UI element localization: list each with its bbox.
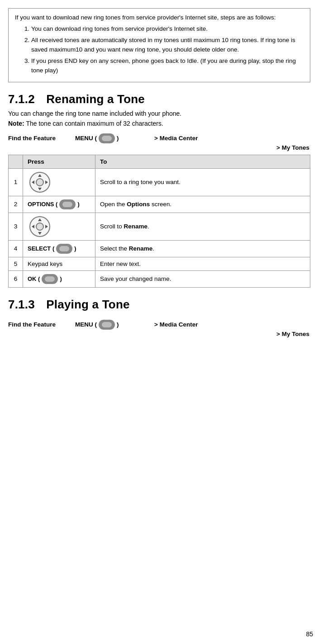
note-label: Note: xyxy=(8,120,24,127)
step-press-1 xyxy=(23,168,95,196)
menu-label-text-713: MENU ( xyxy=(75,321,97,328)
find-feature-712-row1: Find the Feature MENU ( ) > Media Center xyxy=(8,133,310,143)
ok-label: OK ( xyxy=(28,275,40,282)
scroll-wheel-icon-1 xyxy=(29,172,50,193)
find-feature-713: Find the Feature MENU ( ) > Media Center… xyxy=(8,320,310,337)
rename-bold-1: Rename xyxy=(124,223,148,230)
step-num-2: 2 xyxy=(9,196,23,213)
section-712-note: Note: The tone can contain maximum of 32… xyxy=(8,120,310,127)
step-press-4: SELECT ( ) xyxy=(23,240,95,257)
arrow-down-icon xyxy=(38,232,42,235)
section-712-heading: 7.1.2 Renaming a Tone xyxy=(8,92,310,106)
rename-bold-2: Rename xyxy=(129,245,153,252)
press-content-3 xyxy=(28,216,90,237)
step-press-5: Keypad keys xyxy=(23,257,95,270)
select-suffix: ) xyxy=(74,245,76,252)
find-feature-path2: > My Tones xyxy=(276,144,310,151)
options-label: OPTIONS ( xyxy=(28,201,57,208)
table-row: 6 OK ( ) Save your changed name. xyxy=(9,270,310,287)
find-feature-path1-713: > Media Center xyxy=(154,321,198,328)
section-712-title: Renaming a Tone xyxy=(46,92,145,106)
info-step-1: You can download ring tones from service… xyxy=(31,24,304,34)
step-num-4: 4 xyxy=(9,240,23,257)
scroll-wheel-icon-2 xyxy=(29,216,50,237)
select-label: SELECT ( xyxy=(28,245,54,252)
info-step-3: If you press END key on any screen, phon… xyxy=(31,57,304,76)
find-feature-713-row1: Find the Feature MENU ( ) > Media Center xyxy=(8,320,310,330)
col-press: Press xyxy=(23,155,95,168)
page-number: 85 xyxy=(306,630,313,638)
ok-phone-button-icon xyxy=(42,274,58,284)
col-to: To xyxy=(95,155,310,168)
step-press-3 xyxy=(23,213,95,240)
table-row: 5 Keypad keys Enter new text. xyxy=(9,257,310,270)
press-content-4: SELECT ( ) xyxy=(28,244,90,254)
note-text: The tone can contain maximum of 32 chara… xyxy=(26,120,163,127)
table-header-row: Press To xyxy=(9,155,310,168)
table-row: 2 OPTIONS ( ) Open the Options screen. xyxy=(9,196,310,213)
section-712: 7.1.2 Renaming a Tone You can change the… xyxy=(8,92,310,288)
step-to-1: Scroll to a ring tone you want. xyxy=(95,168,310,196)
menu-suffix-713: ) xyxy=(117,321,119,328)
options-phone-button-icon xyxy=(59,199,76,209)
press-content-1 xyxy=(28,172,90,193)
menu-label-text: MENU ( xyxy=(75,135,97,142)
info-box: If you want to download new ring tones f… xyxy=(8,8,310,82)
find-feature-712: Find the Feature MENU ( ) > Media Center… xyxy=(8,133,310,151)
info-steps-list: You can download ring tones from service… xyxy=(31,24,304,76)
col-step xyxy=(9,155,23,168)
step-press-6: OK ( ) xyxy=(23,270,95,287)
arrow-right-icon xyxy=(45,225,48,228)
section-713-number: 7.1.3 xyxy=(8,298,35,311)
table-row: 1 Scroll to a ring tone you want. xyxy=(9,168,310,196)
arrow-left-icon xyxy=(32,225,34,228)
find-feature-path2-713: > My Tones xyxy=(276,331,310,337)
ok-suffix: ) xyxy=(60,275,62,282)
section-712-number: 7.1.2 xyxy=(8,92,35,106)
options-suffix: ) xyxy=(77,201,79,208)
step-to-3: Scroll to Rename. xyxy=(95,213,310,240)
find-feature-label-713: Find the Feature xyxy=(8,321,75,328)
step-num-1: 1 xyxy=(9,168,23,196)
arrow-up-icon xyxy=(38,218,42,221)
step-press-2: OPTIONS ( ) xyxy=(23,196,95,213)
step-to-4: Select the Rename. xyxy=(95,240,310,257)
step-to-5: Enter new text. xyxy=(95,257,310,270)
menu-phone-button-icon-713 xyxy=(99,320,115,330)
info-step-2: All received tones are automatically sto… xyxy=(31,36,304,55)
find-feature-menu-713: MENU ( ) xyxy=(75,320,154,330)
find-feature-712-row2: > My Tones xyxy=(8,144,310,151)
select-phone-button-icon xyxy=(56,244,72,254)
find-feature-path1: > Media Center xyxy=(154,135,198,142)
step-num-5: 5 xyxy=(9,257,23,270)
arrow-left-icon xyxy=(32,180,34,184)
find-feature-713-row2: > My Tones xyxy=(8,331,310,337)
menu-suffix: ) xyxy=(117,135,119,142)
press-content-2: OPTIONS ( ) xyxy=(28,199,90,209)
find-feature-menu: MENU ( ) xyxy=(75,133,154,143)
info-intro: If you want to download new ring tones f… xyxy=(15,14,276,21)
arrow-right-icon xyxy=(45,180,48,184)
section-713-heading: 7.1.3 Playing a Tone xyxy=(8,298,310,312)
table-row: 3 Scroll to Rename. xyxy=(9,213,310,240)
step-num-6: 6 xyxy=(9,270,23,287)
step-to-2: Open the Options screen. xyxy=(95,196,310,213)
section-713: 7.1.3 Playing a Tone Find the Feature ME… xyxy=(8,298,310,337)
section-712-desc: You can change the ring tone name includ… xyxy=(8,110,310,117)
press-content-6: OK ( ) xyxy=(28,274,90,284)
section-713-title: Playing a Tone xyxy=(46,298,129,311)
arrow-up-icon xyxy=(38,174,42,177)
steps-table-712: Press To 1 Scroll t xyxy=(8,155,310,288)
arrow-down-icon xyxy=(38,188,42,190)
step-to-6: Save your changed name. xyxy=(95,270,310,287)
menu-phone-button-icon xyxy=(99,133,115,143)
find-feature-label: Find the Feature xyxy=(8,135,75,142)
options-bold: Options xyxy=(127,201,150,208)
step-num-3: 3 xyxy=(9,213,23,240)
table-row: 4 SELECT ( ) Select the Rename. xyxy=(9,240,310,257)
